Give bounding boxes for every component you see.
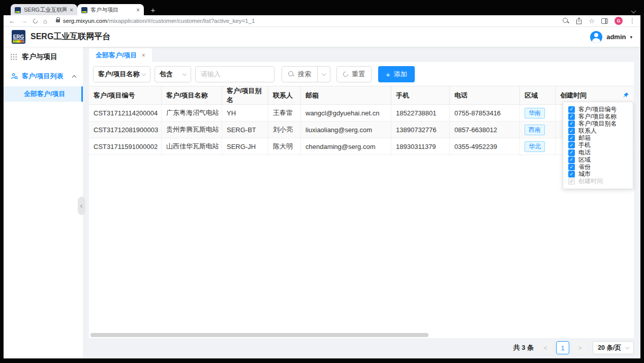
browser-tab-platform[interactable]: SERG工业互联网平台 × — [11, 4, 77, 16]
checkbox-checked-icon[interactable]: ✓ — [568, 157, 575, 163]
tab-search-chevron-icon[interactable] — [631, 9, 636, 14]
current-page-button[interactable]: 1 — [556, 341, 569, 354]
chevron-left-icon — [80, 204, 84, 207]
reload-icon[interactable] — [32, 18, 39, 24]
share-icon[interactable] — [576, 17, 582, 24]
main-content: 全部客户/项目 × 客户/项目名称 包含 请输入 — [83, 47, 640, 358]
cell-alias: YH — [222, 105, 268, 122]
sidebar: 客户与项目 客户/项目列表 全部客户/项目 — [4, 47, 83, 358]
checkbox-checked-icon[interactable]: ✓ — [568, 135, 575, 141]
sidebar-collapse-handle[interactable] — [78, 197, 85, 215]
checkbox-checked-icon[interactable]: ✓ — [568, 106, 575, 113]
column-header: 客户/项目编号 — [89, 86, 162, 105]
horizontal-scrollbar[interactable] — [90, 333, 428, 337]
column-header: 客户/项目名称 — [162, 86, 222, 105]
cell-phone: 0755-87853416 — [450, 105, 520, 122]
username[interactable]: admin — [606, 33, 626, 41]
checkbox-checked-icon[interactable]: ✓ — [568, 142, 575, 148]
address-bar[interactable]: serg.mixyun.com/mixapplication/#/custome… — [63, 18, 255, 24]
cell-region: 华北 — [520, 138, 556, 155]
close-tab-icon[interactable]: × — [70, 7, 73, 13]
column-checkbox[interactable]: ✓电话 — [568, 149, 630, 156]
column-checkbox[interactable]: ✓客户/项目别名 — [568, 120, 630, 127]
chevron-down-icon — [182, 71, 187, 75]
prev-page-button[interactable]: < — [539, 341, 552, 354]
chevron-down-icon — [142, 71, 146, 75]
column-checkbox[interactable]: ✓区域 — [568, 156, 630, 163]
browser-tab-title: SERG工业互联网平台 — [24, 6, 67, 14]
chevron-down-icon — [625, 345, 629, 349]
checkbox-checked-icon[interactable]: ✓ — [568, 128, 575, 134]
column-checkbox[interactable]: ✓联系人 — [568, 128, 630, 135]
operator-select[interactable]: 包含 — [155, 66, 191, 82]
column-header: 手机 — [391, 86, 450, 105]
app-title: SERG工业互联网平台 — [30, 32, 110, 42]
search-button[interactable]: 搜索 — [282, 66, 318, 82]
column-checkbox[interactable]: ✓省份 — [568, 164, 630, 171]
column-header: 邮箱 — [301, 86, 391, 105]
reset-button[interactable]: 重置 — [336, 66, 372, 82]
add-button[interactable]: + 添加 — [378, 66, 415, 82]
search-input[interactable]: 请输入 — [195, 66, 274, 82]
plus-icon: + — [386, 71, 390, 78]
checkbox-disabled-icon: ✓ — [568, 178, 575, 185]
reset-icon — [342, 71, 349, 78]
cell-code: CST31711591000002 — [89, 138, 162, 155]
checkbox-checked-icon[interactable]: ✓ — [568, 171, 575, 177]
column-header: 客户/项目别名 — [222, 86, 268, 105]
total-count: 共 3 条 — [513, 343, 534, 352]
cell-alias: SERG-JH — [222, 138, 268, 155]
cell-name: 山西佳华瓦斯电站 — [162, 138, 222, 155]
checkbox-checked-icon[interactable]: ✓ — [568, 149, 575, 156]
cell-phone: 0355-4952239 — [450, 138, 520, 155]
browser-tab-title: 客户与项目 — [90, 6, 133, 14]
cell-email: liuxiaoliang@serg.com — [301, 122, 391, 138]
home-icon[interactable]: ⌂ — [43, 18, 47, 24]
page-size-select[interactable]: 20 条/页 — [593, 341, 634, 354]
checkbox-checked-icon[interactable]: ✓ — [568, 120, 575, 127]
search-dropdown-button[interactable] — [318, 66, 330, 82]
app-body: 客户与项目 客户/项目列表 全部客户/项目 全部客户/项目 × — [4, 47, 640, 358]
column-checkbox[interactable]: ✓邮箱 — [568, 135, 630, 142]
table-header-row: 客户/项目编号 客户/项目名称 客户/项目别名 联系人 邮箱 手机 电话 区域 … — [89, 86, 634, 105]
browser-menu-icon[interactable]: ⋮ — [629, 18, 635, 24]
url-path: /mixapplication/#/customer/customer/list… — [107, 18, 255, 24]
bookmark-star-icon[interactable]: ☆ — [589, 18, 595, 24]
sidebar-item-customer-list[interactable]: 客户/项目列表 — [4, 69, 83, 83]
tab-all-customers[interactable]: 全部客户/项目 × — [89, 48, 152, 62]
forward-icon[interactable]: → — [21, 18, 27, 24]
sidebar-item-all-customers[interactable]: 全部客户/项目 — [4, 86, 83, 102]
back-icon[interactable]: ← — [9, 18, 15, 24]
cell-contact: 陈大明 — [268, 138, 301, 155]
filter-toolbar: 客户/项目名称 包含 请输入 搜索 — [93, 66, 630, 82]
new-tab-button[interactable]: + — [148, 5, 158, 15]
browser-profile-avatar[interactable]: G — [615, 17, 623, 25]
zoom-icon[interactable] — [563, 18, 569, 24]
table-row[interactable]: CST31712114200004 广东粤海沼气电站 YH 王春雷 wangcl… — [89, 105, 634, 122]
next-page-button[interactable]: > — [573, 341, 587, 354]
user-avatar[interactable] — [590, 31, 602, 43]
sidebar-subitem-label: 全部客户/项目 — [24, 89, 66, 99]
user-menu-caret-icon[interactable]: ▾ — [630, 35, 632, 40]
column-header: 联系人 — [268, 86, 301, 105]
checkbox-checked-icon[interactable]: ✓ — [568, 113, 575, 120]
close-tab-icon[interactable]: × — [136, 7, 140, 13]
operator-select-value: 包含 — [160, 70, 173, 79]
table-row[interactable]: CST31712081900003 贵州奔腾瓦斯电站 SERG-BT 刘小亮 l… — [89, 122, 634, 138]
sidebar-module-header[interactable]: 客户与项目 — [4, 49, 83, 65]
close-icon[interactable]: × — [142, 52, 145, 59]
pin-icon[interactable] — [623, 92, 629, 99]
chevron-down-icon — [322, 71, 326, 75]
side-panel-icon[interactable] — [601, 18, 608, 24]
field-select[interactable]: 客户/项目名称 — [93, 66, 150, 82]
chevron-up-icon[interactable] — [72, 75, 76, 79]
column-checkbox[interactable]: ✓手机 — [568, 142, 630, 149]
app-header: ERG SERG工业互联网平台 admin ▾ — [4, 27, 640, 47]
checkbox-checked-icon[interactable]: ✓ — [568, 164, 575, 170]
column-header: 电话 — [450, 86, 520, 105]
browser-tab-customer[interactable]: 客户与项目 × — [77, 4, 144, 16]
table-row[interactable]: CST31711591000002 山西佳华瓦斯电站 SERG-JH 陈大明 c… — [89, 138, 634, 155]
customer-table: 客户/项目编号 客户/项目名称 客户/项目别名 联系人 邮箱 手机 电话 区域 … — [89, 86, 634, 155]
cell-region: 西南 — [520, 122, 556, 138]
browser-window: SERG工业互联网平台 × 客户与项目 × + ← → ⌂ serg.mixyu… — [0, 0, 644, 363]
